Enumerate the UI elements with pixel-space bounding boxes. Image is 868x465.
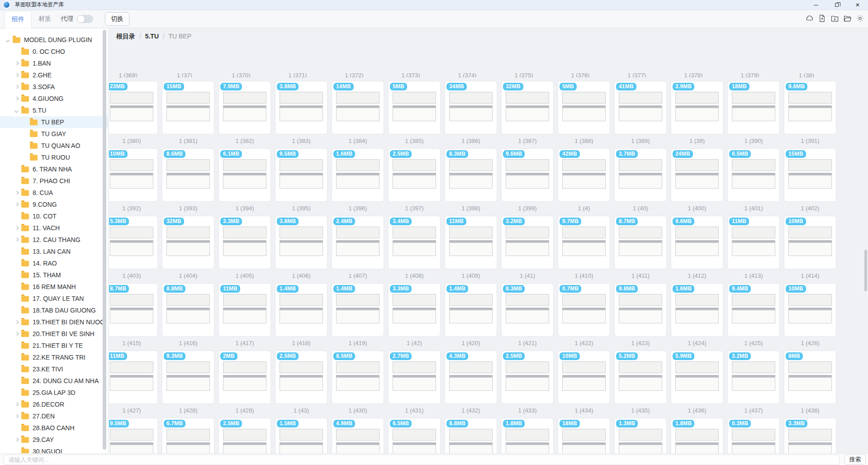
asset-card[interactable]: 2.9MB <box>671 81 723 134</box>
chevron-right-icon[interactable] <box>15 62 18 65</box>
chevron-right-icon[interactable] <box>15 227 18 230</box>
new-file-icon[interactable] <box>818 14 826 23</box>
asset-card[interactable]: 0.5MB <box>727 148 780 202</box>
sidebar-item-25-gia-lap-3d[interactable]: 25.GIA LAP 3D <box>0 387 108 399</box>
asset-card[interactable]: 11MB <box>445 216 497 269</box>
asset-card[interactable]: 1.6MB <box>671 283 723 337</box>
asset-card[interactable]: 3.3MB <box>784 418 836 453</box>
asset-card[interactable]: 24MB <box>671 148 723 202</box>
sidebar-item-24-dung-cu-am-nha[interactable]: 24. DUNG CU AM NHA <box>0 375 108 387</box>
asset-card[interactable]: 2.5MB <box>218 418 271 453</box>
asset-card[interactable]: 1.4MB <box>275 283 327 337</box>
proxy-toggle[interactable] <box>77 15 93 23</box>
sidebar-item-18-tab-dau-giuong[interactable]: 18.TAB DAU GIUONG <box>0 304 108 316</box>
new-folder-icon[interactable] <box>830 14 839 23</box>
asset-card[interactable]: 14MB <box>332 81 384 134</box>
breadcrumb-parent[interactable]: 5.TU <box>145 33 159 40</box>
asset-card[interactable]: 32MB <box>162 216 214 269</box>
asset-card[interactable]: 5MB <box>388 81 441 134</box>
asset-card[interactable]: 3.2MB <box>501 216 554 269</box>
chevron-right-icon[interactable] <box>15 321 18 324</box>
chevron-right-icon[interactable] <box>15 415 18 418</box>
asset-card[interactable]: 1.4MB <box>445 283 497 337</box>
sidebar-item-20-thiet-bi-ve-sinh[interactable]: 20.THIET BI VE SINH <box>0 328 108 340</box>
restore-button[interactable] <box>826 0 847 10</box>
asset-card[interactable]: 8.7MB <box>614 216 667 269</box>
sidebar-item-tu-giay[interactable]: TU GIAY <box>0 128 108 140</box>
chevron-down-icon[interactable] <box>15 109 18 112</box>
asset-card[interactable]: 9.5MB <box>275 148 327 202</box>
chevron-right-icon[interactable] <box>15 74 18 77</box>
sidebar-item-4-giuong[interactable]: 4.GIUONG <box>0 93 108 104</box>
asset-card[interactable]: 9.3MB <box>162 351 214 404</box>
asset-card[interactable]: 8MB <box>784 351 836 404</box>
asset-card[interactable]: 5MB <box>558 81 610 134</box>
close-button[interactable]: ✕ <box>847 0 868 10</box>
sidebar-item-26-decor[interactable]: 26.DECOR <box>0 399 108 410</box>
tab-materials[interactable]: 材质 <box>32 11 58 27</box>
asset-card[interactable]: 2.5MB <box>275 351 327 404</box>
asset-card[interactable]: 6.1MB <box>218 148 271 202</box>
asset-card[interactable]: 10MB <box>558 351 610 404</box>
asset-card[interactable]: 5.9MB <box>671 351 723 404</box>
sidebar-item-14-rao[interactable]: 14. RAO <box>0 257 108 269</box>
asset-card[interactable]: 0.3MB <box>727 418 780 453</box>
asset-card[interactable]: 34MB <box>445 81 497 134</box>
asset-card[interactable]: 4.9MB <box>332 418 384 453</box>
asset-card[interactable]: 5.3MB <box>109 216 158 269</box>
sidebar-item-12-cau-thang[interactable]: 12. CAU THANG <box>0 234 108 246</box>
asset-card[interactable]: 11MB <box>727 216 780 269</box>
asset-card[interactable]: 42MB <box>558 148 610 202</box>
asset-card[interactable]: 9.6MB <box>501 148 554 202</box>
sidebar-item-11-vach[interactable]: 11. VACH <box>0 222 108 234</box>
asset-card[interactable]: 8.5MB <box>332 351 384 404</box>
chevron-right-icon[interactable] <box>15 403 18 406</box>
asset-card[interactable]: 2.4MB <box>332 216 384 269</box>
chevron-right-icon[interactable] <box>15 203 18 206</box>
sidebar-item-9-cong[interactable]: 9.CONG <box>0 199 108 210</box>
sidebar-item-tu-bep[interactable]: TU BEP <box>0 116 108 128</box>
sidebar-item-6-tran-nha[interactable]: 6. TRAN NHA <box>0 163 108 175</box>
asset-card[interactable]: 23MB <box>109 81 158 134</box>
search-button[interactable]: 搜索 <box>844 455 866 465</box>
chevron-right-icon[interactable] <box>15 238 18 242</box>
sidebar-item-17-quay-le-tan[interactable]: 17. QUAY LE TAN <box>0 293 108 304</box>
sidebar-item-28-bao-canh[interactable]: 28.BAO CANH <box>0 422 108 434</box>
chevron-down-icon[interactable] <box>6 38 9 42</box>
sidebar-item-23-ke-tivi[interactable]: 23.KE TIVI <box>0 363 108 375</box>
tab-components[interactable]: 组件 <box>5 11 32 28</box>
asset-card[interactable]: 4.3MB <box>445 351 497 404</box>
sidebar-item-30-nguoi[interactable]: 30.NGUOI <box>0 446 108 453</box>
asset-card[interactable]: 8.6MB <box>162 148 214 202</box>
asset-card[interactable]: 2.7MB <box>388 351 441 404</box>
switch-button[interactable]: 切换 <box>105 12 129 26</box>
sidebar-item-model-dung-plugin[interactable]: MODEL DUNG PLUGIN <box>0 34 108 46</box>
asset-card[interactable]: 9.6MB <box>784 81 836 134</box>
asset-card[interactable]: 32MB <box>501 81 554 134</box>
asset-card[interactable]: 11MB <box>109 351 158 404</box>
sidebar-item-5-tu[interactable]: 5.TU <box>0 104 108 116</box>
sidebar-item-0-oc-cho[interactable]: 0. OC CHO <box>0 46 108 57</box>
asset-card[interactable]: 1.6MB <box>332 148 384 202</box>
asset-card[interactable]: 6.5MB <box>388 418 441 453</box>
asset-card[interactable]: 8.7MB <box>109 283 158 337</box>
asset-card[interactable]: 15MB <box>784 148 836 202</box>
asset-card[interactable]: 7.9MB <box>218 81 271 134</box>
minimize-button[interactable] <box>806 0 826 10</box>
asset-card[interactable]: 0.7MB <box>558 283 610 337</box>
asset-card[interactable]: 18MB <box>727 81 780 134</box>
sidebar-item-21-thiet-bi-y-te[interactable]: 21.THIET BI Y TE <box>0 340 108 351</box>
asset-card[interactable]: 6.7MB <box>162 418 214 453</box>
asset-card[interactable]: 1.4MB <box>332 283 384 337</box>
asset-card[interactable]: 1.5MB <box>275 418 327 453</box>
asset-card[interactable]: 11MB <box>218 283 271 337</box>
search-input[interactable] <box>4 455 840 465</box>
chevron-right-icon[interactable] <box>15 191 18 195</box>
asset-card[interactable]: 9.7MB <box>558 216 610 269</box>
asset-card[interactable]: 3.3MB <box>388 283 441 337</box>
asset-card[interactable]: 3.3MB <box>218 216 271 269</box>
sidebar-item-1-ban[interactable]: 1.BAN <box>0 57 108 69</box>
asset-card[interactable]: 3.7MB <box>614 148 667 202</box>
sidebar-item-29-cay[interactable]: 29.CAY <box>0 434 108 446</box>
asset-card[interactable]: 8.8MB <box>445 418 497 453</box>
